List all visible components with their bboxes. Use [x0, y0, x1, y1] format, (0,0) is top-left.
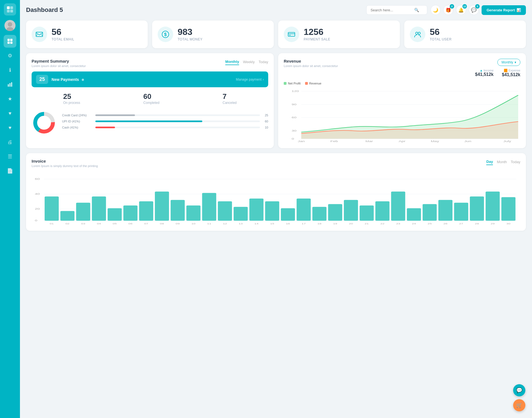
stat-number-email: 56 [52, 27, 74, 36]
svg-text:Jan: Jan [298, 140, 305, 143]
invoice-subtitle: Lorem Ipsum is simply dummy text of the … [32, 164, 98, 168]
svg-rect-62 [123, 206, 137, 221]
upi-track [95, 120, 260, 122]
new-payments-left: 25 New Payments [36, 75, 84, 84]
generate-report-label: Generate Report [487, 8, 515, 12]
sidebar-item-reports[interactable]: 📄 [4, 165, 16, 177]
fab-cart[interactable]: 🛒 [513, 399, 525, 411]
chat-badge: 5 [475, 4, 480, 9]
svg-rect-94 [375, 201, 390, 221]
expense-item: 🟧 Expense $41,512k [502, 69, 520, 77]
svg-text:15: 15 [270, 222, 274, 225]
fab-support[interactable]: 💬 [513, 384, 525, 396]
dark-mode-toggle[interactable]: 🌙 [431, 5, 441, 15]
svg-rect-60 [108, 208, 122, 221]
svg-rect-108 [486, 192, 500, 221]
bell-badge: 12 [462, 4, 467, 9]
svg-text:16: 16 [286, 222, 290, 225]
svg-rect-84 [296, 199, 311, 221]
svg-rect-10 [8, 84, 9, 87]
sidebar-item-dashboard[interactable] [4, 35, 16, 48]
invoice-title: Invoice [32, 159, 98, 163]
progress-credit-card: Credit Card (24%) 25 [62, 114, 268, 117]
svg-text:Jun: Jun [464, 140, 471, 143]
invoice-tabs: Day Month Today [486, 159, 520, 165]
svg-rect-82 [281, 208, 295, 221]
svg-text:01: 01 [50, 222, 54, 225]
svg-text:06: 06 [128, 222, 132, 225]
svg-rect-72 [202, 193, 216, 221]
svg-rect-104 [454, 203, 468, 221]
stats-row: 56 TOTAL EMAIL $ 983 TOTAL MONEY [26, 20, 526, 48]
svg-rect-110 [501, 197, 515, 221]
svg-rect-98 [407, 208, 421, 221]
generate-report-button[interactable]: Generate Report 📊 [482, 5, 526, 15]
cash-track [95, 127, 260, 128]
payment-summary-title: Payment Summary [32, 59, 86, 63]
svg-text:30: 30 [291, 129, 296, 132]
credit-card-value: 25 [263, 114, 268, 117]
svg-text:14: 14 [254, 222, 259, 225]
stat-number-user: 56 [430, 27, 452, 36]
revenue-dot [305, 82, 308, 85]
tab-today[interactable]: Today [259, 59, 268, 65]
revenue-monthly-btn[interactable]: Monthly ▾ [497, 59, 520, 66]
svg-text:Mar: Mar [365, 140, 373, 143]
tab-day[interactable]: Day [486, 159, 493, 165]
sidebar-item-info[interactable]: ℹ [4, 64, 16, 76]
sidebar-item-print[interactable]: 🖨 [4, 136, 16, 148]
sidebar-item-favorites[interactable]: ★ [4, 93, 16, 105]
sidebar-item-settings[interactable]: ⚙ [4, 49, 16, 62]
upi-label: UPI ID (41%) [62, 120, 93, 123]
svg-rect-12 [11, 82, 12, 87]
search-bar[interactable]: 🔍 [366, 5, 427, 15]
svg-text:11: 11 [207, 222, 211, 225]
payment-summary-subtitle: Lorem ipsum dolor sit amet, consectetur [32, 64, 86, 68]
sidebar-logo[interactable] [4, 3, 16, 16]
new-payments-count: 25 [36, 75, 48, 84]
generate-report-icon: 📊 [516, 8, 521, 12]
svg-rect-56 [76, 203, 90, 221]
svg-rect-92 [360, 206, 374, 221]
stat-info-payment: 1256 PAYMENT SALE [304, 27, 330, 41]
avatar[interactable] [4, 20, 16, 31]
tab-monthly[interactable]: Monthly [225, 59, 239, 65]
svg-rect-64 [139, 201, 153, 221]
stat-info-user: 56 TOTAL USER [430, 27, 452, 41]
main-content: Dashboard 5 🔍 🌙 🎁 2 🔔 12 💬 5 Generate Re… [20, 0, 532, 418]
svg-text:20: 20 [35, 207, 40, 210]
tab-weekly[interactable]: Weekly [243, 59, 255, 65]
svg-point-22 [418, 32, 420, 34]
stat-completed: 60 Completed [143, 92, 159, 105]
svg-rect-96 [391, 192, 405, 221]
revenue-subtitle: Lorem ipsum dolor sit amet, consectetur [284, 64, 338, 68]
search-icon: 🔍 [414, 8, 419, 12]
cash-fill [95, 127, 115, 128]
sidebar-item-analytics[interactable] [4, 78, 16, 91]
tab-today[interactable]: Today [511, 159, 520, 165]
legend-net-profit: Net Profit [284, 82, 301, 85]
sidebar-item-liked[interactable]: ♥ [4, 107, 16, 120]
income-item: ▲ Income $41,512k [475, 69, 494, 77]
svg-rect-1 [10, 6, 13, 9]
new-payments-bar: 25 New Payments Manage payment › [32, 71, 268, 87]
revenue-card: Revenue Lorem ipsum dolor sit amet, cons… [278, 53, 526, 148]
revenue-title: Revenue [284, 59, 338, 63]
sidebar-item-menu[interactable]: ☰ [4, 150, 16, 163]
svg-text:10: 10 [191, 222, 196, 225]
chat-icon-btn[interactable]: 💬 5 [469, 5, 479, 15]
manage-payment-link[interactable]: Manage payment › [236, 78, 264, 81]
credit-card-label: Credit Card (24%) [62, 114, 93, 117]
gift-icon-btn[interactable]: 🎁 2 [443, 5, 453, 15]
upi-value: 60 [263, 120, 268, 123]
sidebar-item-health[interactable]: ♥ [4, 121, 16, 134]
expense-value: $41,512k [502, 72, 520, 77]
invoice-header: Invoice Lorem Ipsum is simply dummy text… [32, 159, 520, 171]
svg-text:02: 02 [65, 222, 70, 225]
net-profit-dot [284, 82, 287, 85]
email-icon [32, 27, 47, 42]
revenue-legend-label: Revenue [309, 82, 321, 85]
search-input[interactable] [370, 8, 412, 12]
tab-month[interactable]: Month [497, 159, 507, 165]
bell-icon-btn[interactable]: 🔔 12 [456, 5, 466, 15]
